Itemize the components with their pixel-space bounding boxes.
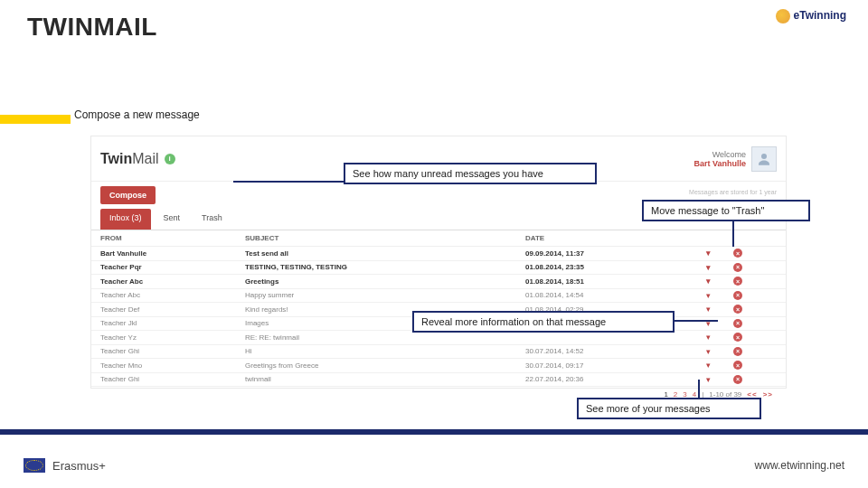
delete-icon[interactable]: × — [733, 277, 742, 286]
expand-icon[interactable]: ▾ — [706, 347, 711, 356]
cell-subject: Greetings — [245, 277, 525, 286]
delete-icon[interactable]: × — [733, 263, 742, 272]
app-title-prefix: Twin — [100, 151, 132, 166]
cell-subject: Greetings from Greece — [245, 361, 525, 370]
eu-flag-icon — [24, 458, 45, 473]
delete-icon[interactable]: × — [733, 375, 742, 384]
delete-icon[interactable]: × — [733, 333, 742, 342]
cell-date: 01.08.2014, 23:35 — [525, 263, 706, 271]
callout-unread-line — [233, 181, 344, 183]
col-date: DATE — [525, 234, 706, 242]
tab-sent[interactable]: Sent — [155, 209, 190, 230]
page-next[interactable]: >> — [763, 390, 773, 399]
app-title-suffix: Mail — [132, 151, 158, 166]
cell-from: Teacher Ghi — [100, 347, 245, 355]
svg-point-0 — [761, 154, 767, 159]
col-subject: SUBJECT — [245, 234, 525, 242]
expand-icon[interactable]: ▾ — [706, 361, 711, 370]
table-row[interactable]: Teacher PqrTESTING, TESTING, TESTING01.0… — [91, 261, 786, 276]
erasmus-label: Erasmus+ — [52, 459, 106, 473]
cell-date: 09.09.2014, 11:37 — [525, 249, 706, 258]
cell-date: 30.07.2014, 09:17 — [525, 361, 706, 370]
erasmus-block: Erasmus+ — [24, 458, 106, 473]
expand-icon[interactable]: ▾ — [706, 333, 711, 342]
etwinning-logo-icon — [776, 9, 790, 23]
callout-reveal: Reveal more information on that message — [412, 311, 675, 333]
delete-icon[interactable]: × — [733, 319, 742, 328]
storage-note: Messages are stored for 1 year — [689, 189, 777, 195]
table-row[interactable]: Teacher Ghitwinmail22.07.2014, 20:36▾× — [91, 373, 786, 388]
cell-from: Teacher Abc — [100, 277, 245, 286]
expand-icon[interactable]: ▾ — [706, 277, 711, 286]
delete-icon[interactable]: × — [733, 305, 742, 314]
tab-trash[interactable]: Trash — [193, 209, 231, 230]
cell-from: Teacher Yz — [100, 333, 245, 342]
expand-icon[interactable]: ▾ — [706, 249, 711, 258]
etwinning-logo: eTwinning — [776, 9, 846, 23]
table-row[interactable]: Teacher GhiHi30.07.2014, 14:52▾× — [91, 345, 786, 360]
table-row[interactable]: Teacher AbcHappy summer01.08.2014, 14:54… — [91, 289, 786, 304]
cell-subject: RE: RE: twinmail — [245, 333, 525, 342]
expand-icon[interactable]: ▾ — [706, 263, 711, 272]
slide-title: TWINMAIL — [27, 13, 157, 42]
table-header: FROM SUBJECT DATE — [91, 230, 786, 247]
welcome-label: Welcome — [712, 150, 746, 159]
cell-date: 01.08.2014, 14:54 — [525, 291, 706, 299]
tab-inbox[interactable]: Inbox (3) — [100, 209, 151, 230]
cell-date: 01.08.2014, 18:51 — [525, 277, 706, 286]
etwinning-logo-text: eTwinning — [794, 9, 846, 22]
cell-from: Teacher Mno — [100, 361, 245, 370]
cell-subject: Happy summer — [245, 291, 525, 299]
caption-compose: Compose a new message — [74, 108, 200, 121]
table-row[interactable]: Teacher MnoGreetings from Greece30.07.20… — [91, 359, 786, 373]
expand-icon[interactable]: ▾ — [706, 375, 711, 384]
footer-url: www.etwinning.net — [755, 459, 844, 472]
cell-subject: TESTING, TESTING, TESTING — [245, 263, 525, 271]
cell-date: 22.07.2014, 20:36 — [525, 375, 706, 383]
cell-subject: Test send all — [245, 249, 525, 258]
delete-icon[interactable]: × — [733, 347, 742, 356]
cell-from: Teacher Ghi — [100, 375, 245, 383]
avatar-icon[interactable] — [751, 146, 777, 172]
table-row[interactable]: Bart VanhulleTest send all09.09.2014, 11… — [91, 247, 786, 261]
cell-from: Teacher Def — [100, 305, 245, 314]
cell-subject: Hi — [245, 347, 525, 355]
divider-stripe — [0, 429, 868, 435]
cell-from: Teacher Abc — [100, 291, 245, 299]
info-icon[interactable]: i — [165, 154, 175, 164]
table-row[interactable]: Teacher AbcGreetings01.08.2014, 18:51▾× — [91, 275, 786, 289]
callout-trash: Move message to "Trash" — [642, 200, 810, 221]
cell-date: 30.07.2014, 14:52 — [525, 347, 706, 355]
expand-icon[interactable]: ▾ — [706, 291, 711, 300]
callout-reveal-line — [675, 320, 718, 322]
callout-unread: See how many unread messages you have — [344, 163, 597, 184]
col-from: FROM — [100, 234, 245, 242]
cell-from: Teacher Jkl — [100, 319, 245, 327]
footer: Erasmus+ www.etwinning.net — [0, 443, 868, 488]
callout-seemore: See more of your messages — [577, 398, 761, 419]
cell-subject: twinmail — [245, 375, 525, 383]
accent-bar — [0, 115, 71, 124]
callout-trash-line — [732, 220, 734, 247]
delete-icon[interactable]: × — [733, 361, 742, 370]
cell-from: Teacher Pqr — [100, 263, 245, 271]
welcome-block: Welcome Bart Vanhulle — [693, 146, 777, 172]
app-title: TwinMail i — [100, 151, 175, 167]
cell-from: Bart Vanhulle — [100, 249, 245, 258]
table-row[interactable]: Teacher YzRE: RE: twinmail▾× — [91, 331, 786, 345]
compose-button[interactable]: Compose — [100, 186, 156, 204]
delete-icon[interactable]: × — [733, 249, 742, 258]
expand-icon[interactable]: ▾ — [706, 305, 711, 314]
delete-icon[interactable]: × — [733, 291, 742, 300]
callout-seemore-line — [698, 380, 700, 398]
welcome-name: Bart Vanhulle — [693, 159, 746, 168]
